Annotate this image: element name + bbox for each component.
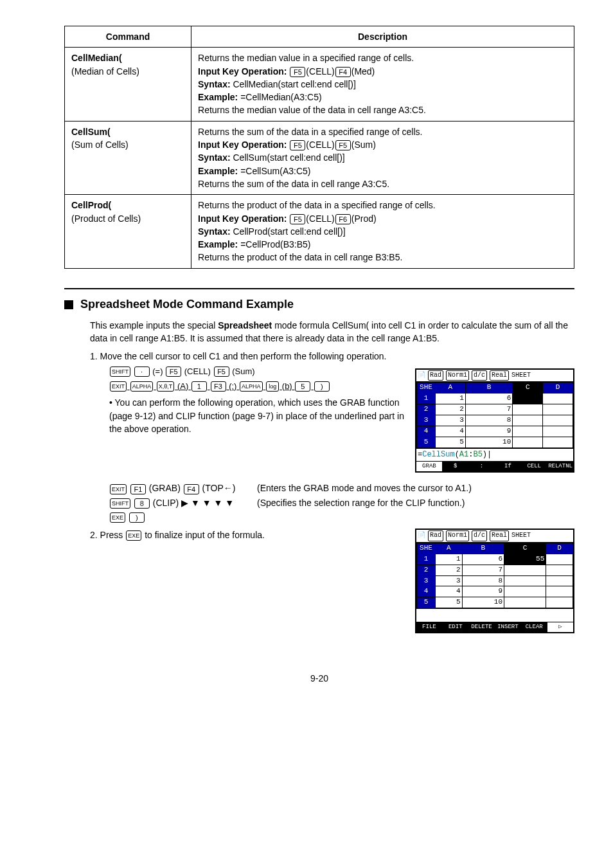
cell: 8 bbox=[465, 415, 512, 426]
softkey: $ bbox=[443, 462, 469, 471]
calculator-screenshot-2: 📄RadNorm1d/cRealSHEETSHEABCD116552273384… bbox=[415, 529, 574, 633]
command-table: Command Description CellMedian((Median o… bbox=[64, 26, 574, 269]
col-header: B bbox=[465, 383, 512, 393]
col-header: C bbox=[513, 383, 543, 393]
status-tag: Rad bbox=[428, 530, 443, 541]
step-1: 1. Move the cell cursor to cell C1 and t… bbox=[90, 350, 574, 363]
cell bbox=[546, 586, 573, 597]
table-row: CellSum((Sum of Cells)Returns the sum of… bbox=[65, 121, 574, 194]
key-f4: F4 bbox=[184, 484, 199, 494]
spreadsheet-grid: SHEABCD116552273384495510 bbox=[416, 543, 573, 609]
cell: 7 bbox=[462, 565, 504, 575]
cell: 10 bbox=[465, 437, 512, 448]
row-header: 3 bbox=[417, 415, 436, 426]
cell bbox=[546, 597, 573, 608]
row-header: 5 bbox=[417, 597, 436, 608]
key-paren: ) bbox=[314, 381, 330, 392]
key-annot-a: (A) bbox=[177, 381, 188, 391]
cell: 9 bbox=[465, 426, 512, 437]
step2-post: to finalize input of the formula. bbox=[145, 530, 265, 540]
annot-top: (TOP←) bbox=[202, 483, 236, 493]
sub-keylines: EXIT F1 (GRAB) F4 (TOP←) (Enters the GRA… bbox=[109, 482, 574, 523]
cell: 55 bbox=[504, 554, 546, 565]
key-1: 1 bbox=[191, 381, 207, 392]
calculator-screenshot-1: 📄RadNorm1d/cRealSHEETSHEABCD116227338449… bbox=[415, 368, 574, 473]
softkey: INSERT bbox=[495, 622, 521, 632]
command-cell: CellSum((Sum of Cells) bbox=[65, 121, 191, 194]
cell bbox=[543, 404, 573, 415]
cell: 4 bbox=[436, 426, 466, 437]
key-annot-eq: (=) bbox=[152, 366, 163, 376]
cell: 1 bbox=[436, 554, 463, 565]
th-description: Description bbox=[191, 26, 574, 48]
table-row: CellProd((Product of Cells)Returns the p… bbox=[65, 195, 574, 268]
key-alpha1: ALPHA bbox=[130, 381, 154, 392]
key-f3: F3 bbox=[211, 381, 226, 392]
softkey: RELATNL bbox=[547, 462, 573, 471]
key-annot-sum: (Sum) bbox=[232, 366, 254, 376]
command-cell: CellProd((Product of Cells) bbox=[65, 195, 191, 268]
softkey: ▷ bbox=[547, 622, 573, 632]
key-f1: F1 bbox=[130, 484, 146, 494]
cell: 3 bbox=[436, 415, 466, 426]
cell: 10 bbox=[462, 597, 504, 608]
step2-pre: 2. Press bbox=[90, 530, 125, 540]
status-tag: Norm1 bbox=[446, 530, 469, 541]
cell: 5 bbox=[436, 437, 466, 448]
row-header: 4 bbox=[417, 586, 436, 597]
cell: 9 bbox=[462, 586, 504, 597]
description-cell: Returns the sum of the data in a specifi… bbox=[191, 121, 574, 194]
cell bbox=[543, 437, 573, 448]
key-exe2: EXE bbox=[126, 530, 141, 541]
softkey: CELL bbox=[521, 462, 547, 471]
status-tag: Real bbox=[490, 530, 509, 541]
col-header: SHE bbox=[417, 543, 436, 554]
description-cell: Returns the median value in a specified … bbox=[191, 48, 574, 121]
sub2-keys: SHIFT 8 (CLIP) ▶ ▼ ▼ ▼ ▼ bbox=[109, 496, 257, 509]
softkey: : bbox=[469, 462, 495, 471]
formula-bar bbox=[416, 608, 573, 621]
intro-paragraph: This example inputs the special Spreadsh… bbox=[90, 319, 574, 345]
key-f5a: F5 bbox=[166, 366, 181, 377]
cell: 1 bbox=[436, 393, 466, 404]
row-header: 1 bbox=[417, 554, 436, 565]
key-f5b: F5 bbox=[214, 366, 229, 377]
key-dot: · bbox=[134, 366, 150, 377]
sub1-keys: EXIT F1 (GRAB) F4 (TOP←) bbox=[109, 482, 257, 494]
row-header: 3 bbox=[417, 575, 436, 586]
sub3-keys: EXE ) bbox=[109, 511, 257, 523]
softkey: EDIT bbox=[443, 622, 469, 632]
bullet-text: You can perform the following operation,… bbox=[109, 397, 404, 434]
softkey: FILE bbox=[416, 622, 443, 632]
cell bbox=[543, 415, 573, 426]
key-shift: SHIFT bbox=[110, 366, 130, 377]
cell: 2 bbox=[436, 565, 463, 575]
cell bbox=[543, 393, 573, 404]
cell bbox=[543, 426, 573, 437]
softkey-bar: FILEEDITDELETEINSERTCLEAR▷ bbox=[416, 622, 573, 632]
key-shift2: SHIFT bbox=[110, 498, 130, 509]
annot-clip: (CLIP) bbox=[153, 498, 179, 508]
cell bbox=[513, 437, 543, 448]
row-header: 2 bbox=[417, 404, 436, 415]
cell bbox=[513, 404, 543, 415]
row-header: 4 bbox=[417, 426, 436, 437]
key-paren2: ) bbox=[129, 512, 145, 523]
doc-icon: 📄 bbox=[418, 371, 425, 381]
description-cell: Returns the product of the data in a spe… bbox=[191, 195, 574, 268]
cell bbox=[504, 565, 546, 575]
doc-icon: 📄 bbox=[418, 531, 425, 541]
section-divider bbox=[64, 288, 574, 289]
key-annot-cell: (CELL) bbox=[184, 366, 211, 376]
key-annot-colon: (:) bbox=[229, 381, 236, 391]
cell: 2 bbox=[436, 404, 466, 415]
col-header: A bbox=[436, 543, 463, 554]
cell bbox=[546, 554, 573, 565]
cell bbox=[504, 586, 546, 597]
key-xthetat: X,θ,T bbox=[157, 381, 175, 392]
col-header: D bbox=[543, 383, 573, 393]
cell bbox=[504, 575, 546, 586]
col-header: C bbox=[504, 543, 546, 554]
status-tag: Norm1 bbox=[446, 370, 469, 381]
cell: 3 bbox=[436, 575, 463, 586]
